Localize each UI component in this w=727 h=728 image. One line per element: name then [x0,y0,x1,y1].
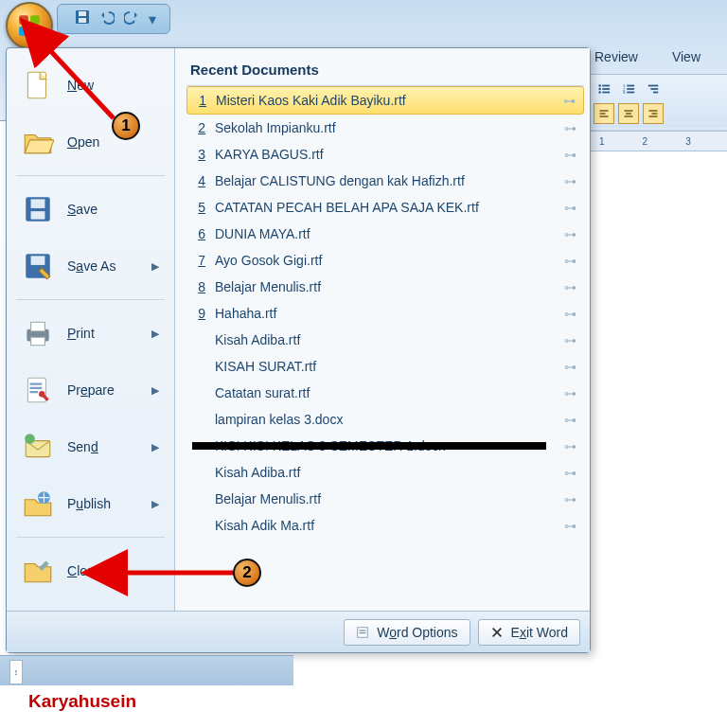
svg-line-48 [45,45,114,118]
annotation-layer [0,0,727,728]
credit-label: Karyahusein [28,691,136,712]
